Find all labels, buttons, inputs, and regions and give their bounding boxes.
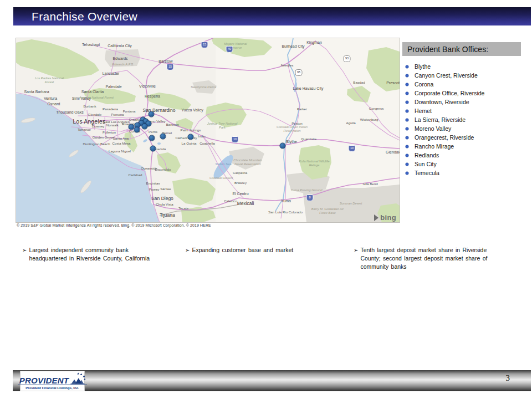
office-marker-icon	[149, 111, 155, 117]
office-marker-icon	[160, 134, 166, 140]
office-name: Moreno Valley	[415, 125, 451, 132]
office-marker-icon	[142, 124, 148, 130]
office-list-item: Moreno Valley	[406, 124, 525, 133]
bullet-icon	[406, 163, 408, 166]
office-list-item: Rancho Mirage	[406, 142, 525, 151]
office-name: Orangecrest, Riverside	[415, 134, 474, 141]
office-marker-icon	[134, 127, 140, 133]
logo-wordmark: PROVIDENT	[19, 376, 69, 385]
office-list-item: Sun City	[406, 160, 525, 168]
highway-shield-icon: 93	[344, 55, 351, 62]
office-name: Temecula	[415, 170, 439, 176]
bing-label: bing	[380, 213, 396, 222]
office-name: Hemet	[415, 108, 432, 114]
slide-title: Franchise Overview	[13, 10, 137, 23]
bullet-icon	[406, 65, 408, 68]
office-name: Rancho Mirage	[415, 143, 454, 150]
bullet-icon	[406, 127, 408, 130]
office-name: Redlands	[415, 152, 439, 158]
bullet-icon	[406, 136, 408, 139]
bullet-icon	[406, 92, 408, 95]
bullet-icon	[406, 172, 408, 175]
logo-subtext: Provident Financial Holdings, Inc.	[25, 386, 79, 390]
highlights: ➢ Largest independent community bank hea…	[0, 246, 532, 285]
map-panel: TehachapiCalifornia CityEdwardsLancaster…	[16, 38, 400, 223]
office-name: Corona	[415, 81, 433, 88]
office-marker-icon	[280, 143, 286, 149]
office-list-item: Hemet	[406, 106, 525, 115]
office-name: Blythe	[415, 63, 431, 70]
highway-shield-icon: 15	[167, 64, 174, 70]
page-number: 3	[506, 374, 510, 383]
highway-shield-icon: 15	[201, 42, 208, 48]
bullet-icon	[406, 74, 408, 77]
office-list-item: Blythe	[406, 62, 525, 71]
office-list-item: Corona	[406, 80, 525, 89]
office-marker-icon	[149, 135, 155, 141]
title-bar: Franchise Overview	[13, 7, 531, 25]
bullet-icon	[406, 145, 408, 148]
bing-logo: bing	[374, 213, 396, 222]
map-markers-layer: 151540939510108	[16, 38, 400, 222]
bullet-icon	[406, 110, 408, 112]
bing-icon	[374, 214, 378, 221]
office-name: Corporate Office, Riverside	[415, 90, 484, 96]
office-list-item: Downtown, Riverside	[406, 98, 525, 106]
office-name: La Sierra, Riverside	[415, 116, 466, 123]
office-name: Downtown, Riverside	[415, 99, 469, 105]
mountain-triangles-icon	[69, 372, 86, 385]
office-marker-icon	[150, 146, 156, 152]
footer-bar	[13, 370, 531, 391]
map-attribution: © 2019 S&P Global Market Intelligence Al…	[17, 223, 211, 227]
offices-title: Provident Bank Offices:	[402, 42, 521, 56]
offices-list: BlytheCanyon Crest, RiversideCoronaCorpo…	[406, 62, 525, 177]
office-list-item: La Sierra, Riverside	[406, 115, 525, 124]
highlight-text: Largest independent community bank headq…	[29, 246, 162, 263]
highlight-item-2: ➢ Expanding customer base and market	[185, 246, 329, 254]
highway-shield-icon: 10	[232, 136, 239, 143]
bullet-icon	[406, 101, 408, 104]
arrow-bullet-icon: ➢	[185, 246, 190, 254]
office-name: Canyon Crest, Riverside	[415, 72, 478, 79]
office-list-item: Orangecrest, Riverside	[406, 133, 525, 142]
bullet-icon	[406, 154, 408, 157]
logo-row: PROVIDENT	[18, 372, 87, 385]
highlight-item-1: ➢ Largest independent community bank hea…	[22, 246, 162, 263]
highway-shield-icon: 10	[349, 145, 356, 152]
slide: Franchise Overview	[0, 0, 532, 399]
highway-shield-icon: 40	[226, 46, 233, 53]
office-marker-icon	[188, 134, 194, 140]
office-list-item: Corporate Office, Riverside	[406, 89, 525, 98]
office-list-item: Temecula	[406, 168, 525, 177]
highway-shield-icon: 95	[295, 69, 303, 76]
provident-logo: PROVIDENT Provident Financial Holdings, …	[20, 371, 85, 391]
highway-shield-icon: 8	[306, 195, 314, 201]
arrow-bullet-icon: ➢	[354, 246, 358, 254]
highlight-text: Expanding customer base and market	[192, 246, 293, 254]
arrow-bullet-icon: ➢	[22, 246, 27, 254]
highlight-item-3: ➢ Tenth largest deposit market share in …	[354, 246, 499, 271]
office-list-item: Canyon Crest, Riverside	[406, 71, 525, 80]
bullet-icon	[406, 83, 408, 86]
office-name: Sun City	[415, 161, 437, 167]
highlight-text: Tenth largest deposit market share in Ri…	[360, 246, 499, 271]
office-list-item: Redlands	[406, 151, 525, 160]
bullet-icon	[406, 119, 408, 121]
